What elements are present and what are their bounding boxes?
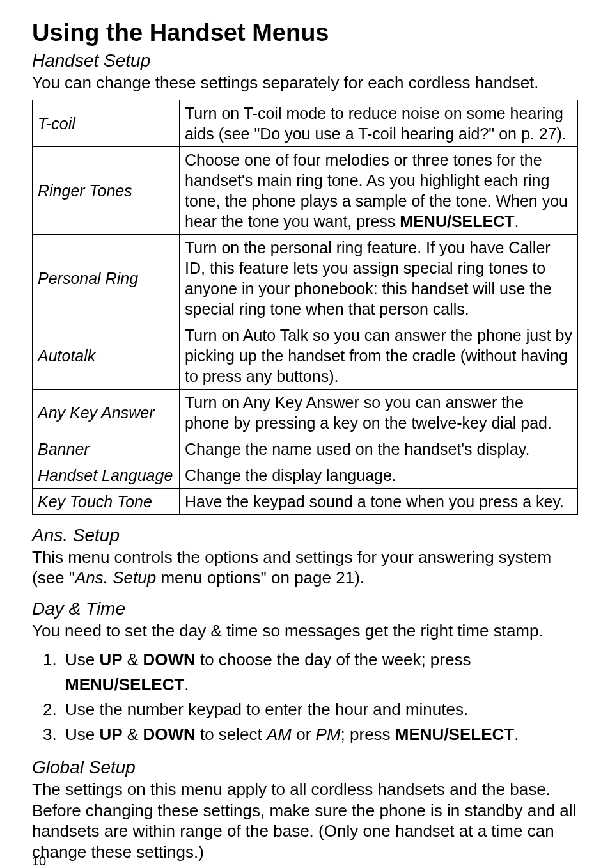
row-label: Personal Ring [33,234,180,322]
table-row: Any Key AnswerTurn on Any Key Answer so … [33,389,578,436]
step1-amp: & [123,650,143,669]
ans-setup-body: This menu controls the options and setti… [32,547,578,588]
step1-mid: to choose the day of the week; press [196,650,471,669]
table-row: AutotalkTurn on Auto Talk so you can ans… [33,322,578,389]
day-time-heading: Day & Time [32,599,578,619]
row-desc-pre: Turn on T-coil mode to reduce noise on s… [185,104,567,143]
row-label: Ringer Tones [33,146,180,234]
step3-pre: Use [65,725,99,744]
table-row: Personal RingTurn on the personal ring f… [33,234,578,322]
up-key: UP [99,650,122,669]
table-row: Key Touch ToneHave the keypad sound a to… [33,488,578,514]
row-description: Turn on Auto Talk so you can answer the … [180,322,578,389]
table-row: BannerChange the name used on the handse… [33,436,578,462]
global-setup-body: The settings on this menu apply to all c… [32,779,578,862]
ans-setup-ital: Ans. Setup [75,568,156,587]
table-row: T-coilTurn on T-coil mode to reduce nois… [33,100,578,146]
row-description: Change the name used on the handset's di… [180,436,578,462]
row-description: Choose one of four melodies or three ton… [180,146,578,234]
day-time-intro: You need to set the day & time so messag… [32,620,578,642]
menu-select-key: MENU/SELECT [395,725,514,744]
up-key: UP [99,725,122,744]
row-label: Any Key Answer [33,389,180,436]
row-label: Banner [33,436,180,462]
row-description: Turn on Any Key Answer so you can answer… [180,389,578,436]
row-description: Turn on T-coil mode to reduce noise on s… [180,100,578,146]
row-desc-pre: Turn on Auto Talk so you can answer the … [185,326,572,385]
row-description: Change the display language. [180,462,578,488]
day-time-steps: Use UP & DOWN to choose the day of the w… [32,647,578,747]
handset-setup-table: T-coilTurn on T-coil mode to reduce nois… [32,100,578,515]
step1-post: . [184,675,189,694]
table-row: Handset LanguageChange the display langu… [33,462,578,488]
down-key: DOWN [143,725,195,744]
page-number: 10 [32,854,46,868]
row-description: Have the keypad sound a tone when you pr… [180,488,578,514]
step3-mid1: to select [196,725,267,744]
document-page: Using the Handset Menus Handset Setup Yo… [0,0,610,868]
menu-select-key: MENU/SELECT [65,675,184,694]
step3-post: . [514,725,519,744]
table-row: Ringer TonesChoose one of four melodies … [33,146,578,234]
row-label: Key Touch Tone [33,488,180,514]
am-text: AM [267,725,292,744]
row-description: Turn on the personal ring feature. If yo… [180,234,578,322]
row-desc-pre: Have the keypad sound a tone when you pr… [185,493,564,510]
row-label: Handset Language [33,462,180,488]
down-key: DOWN [143,650,195,669]
step-2: Use the number keypad to enter the hour … [61,697,578,722]
row-desc-pre: Change the name used on the handset's di… [185,440,529,458]
ans-setup-heading: Ans. Setup [32,525,578,546]
step3-mid2: ; press [341,725,395,744]
global-setup-heading: Global Setup [32,757,578,778]
page-title: Using the Handset Menus [32,19,578,47]
row-desc-pre: Turn on Any Key Answer so you can answer… [185,393,552,432]
handset-setup-heading: Handset Setup [32,51,578,71]
step3-or: or [292,725,316,744]
row-desc-pre: Change the display language. [185,466,396,484]
step-1: Use UP & DOWN to choose the day of the w… [61,647,578,697]
handset-setup-intro: You can change these settings separately… [32,72,578,93]
row-label: Autotalk [33,322,180,389]
step1-pre: Use [65,650,99,669]
row-desc-pre: Turn on the personal ring feature. If yo… [185,239,552,318]
row-label: T-coil [33,100,180,146]
step3-amp: & [123,725,143,744]
step-3: Use UP & DOWN to select AM or PM; press … [61,722,578,747]
ans-setup-post: menu options" on page 21). [156,568,364,587]
pm-text: PM [316,725,341,744]
menu-select-key: MENU/SELECT [400,212,514,230]
row-desc-post: . [515,212,519,230]
